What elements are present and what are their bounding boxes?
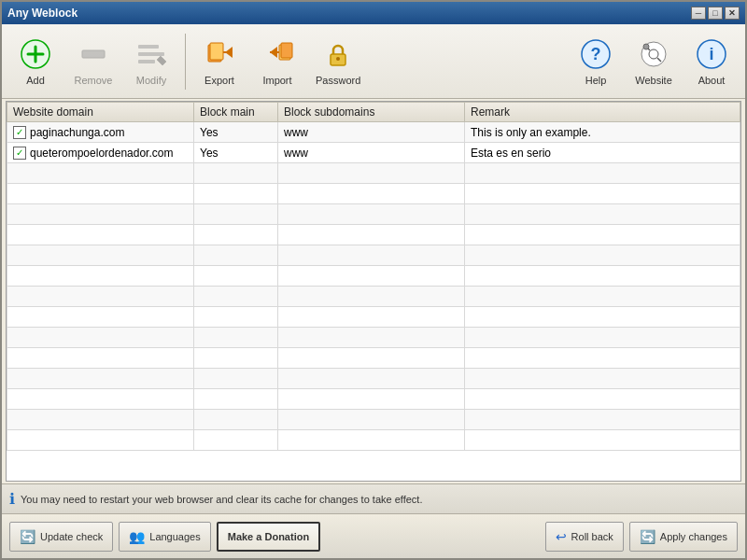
close-button[interactable]: ✕ (725, 7, 740, 20)
cell-subdomains: www (278, 143, 465, 163)
cell-domain: ✓ queterompoelordenador.com (7, 143, 194, 163)
export-icon (203, 37, 236, 71)
table-empty-row (7, 430, 740, 451)
add-label: Add (26, 75, 45, 86)
update-check-button[interactable]: 🔄 Update check (9, 522, 113, 552)
apply-changes-label: Apply changes (660, 531, 727, 542)
help-button[interactable]: ? Help (568, 30, 624, 93)
svg-rect-6 (138, 60, 155, 63)
table-row[interactable]: ✓ queterompoelordenador.com Yes www Esta… (7, 143, 740, 163)
donation-button[interactable]: Make a Donation (217, 522, 320, 552)
restore-button[interactable]: □ (708, 7, 723, 20)
domain-value: queterompoelordenador.com (30, 147, 173, 160)
svg-rect-4 (138, 45, 159, 49)
languages-icon: 👥 (129, 529, 145, 544)
apply-changes-button[interactable]: 🔄 Apply changes (629, 522, 738, 552)
svg-point-22 (649, 49, 658, 59)
languages-button[interactable]: 👥 Languages (119, 522, 210, 552)
row-checkbox-1[interactable]: ✓ (13, 147, 26, 160)
password-label: Password (316, 75, 360, 86)
donation-label: Make a Donation (228, 531, 309, 542)
about-button[interactable]: i About (684, 30, 740, 93)
table-empty-row (7, 369, 740, 389)
table-empty-row (7, 307, 740, 328)
about-label: About (698, 75, 726, 86)
svg-point-18 (336, 57, 340, 61)
svg-text:?: ? (591, 45, 601, 63)
remove-label: Remove (75, 75, 113, 86)
website-icon (637, 37, 670, 71)
svg-rect-5 (138, 52, 164, 56)
import-label: Import (262, 75, 291, 86)
table-empty-row (7, 389, 740, 410)
password-icon (321, 37, 355, 71)
apply-icon: 🔄 (640, 529, 655, 544)
table-empty-row (7, 348, 740, 369)
table-empty-row (7, 266, 740, 287)
svg-rect-3 (82, 50, 105, 58)
export-button[interactable]: Export (191, 30, 247, 93)
col-header-remark: Remark (465, 103, 740, 122)
svg-rect-10 (210, 43, 223, 60)
table-empty-row (7, 410, 740, 430)
cell-remark: This is only an example. (465, 122, 740, 143)
remove-icon (77, 37, 110, 71)
export-label: Export (204, 75, 234, 86)
import-icon (261, 37, 294, 71)
svg-rect-16 (281, 43, 292, 58)
website-button[interactable]: Website (626, 30, 682, 93)
cell-remark: Esta es en serio (465, 143, 740, 163)
bottom-bar: 🔄 Update check 👥 Languages Make a Donati… (2, 513, 745, 558)
separator-1 (185, 34, 186, 90)
rollback-icon: ↩ (556, 529, 567, 544)
update-check-label: Update check (40, 531, 103, 542)
add-button[interactable]: Add (7, 30, 63, 93)
col-header-domain: Website domain (7, 103, 194, 122)
cell-blockmain: Yes (194, 143, 278, 163)
modify-icon (134, 37, 168, 71)
remove-button[interactable]: Remove (65, 30, 121, 93)
about-icon: i (695, 37, 728, 71)
svg-point-24 (643, 44, 649, 49)
help-label: Help (585, 75, 607, 86)
table-empty-row (7, 163, 740, 184)
row-checkbox-0[interactable]: ✓ (13, 126, 26, 139)
cell-subdomains: www (278, 122, 465, 143)
cell-domain: ✓ paginachunga.com (7, 122, 194, 143)
main-window: Any Weblock ─ □ ✕ Add (0, 0, 747, 560)
table-empty-row (7, 287, 740, 307)
modify-label: Modify (136, 75, 166, 86)
toolbar: Add Remove Modify (2, 24, 745, 99)
table-empty-row (7, 225, 740, 245)
col-header-blockmain: Block main (194, 103, 278, 122)
rollback-button[interactable]: ↩ Roll back (545, 522, 624, 552)
import-button[interactable]: Import (249, 30, 305, 93)
domain-table: Website domain Block main Block subdomai… (7, 102, 740, 451)
update-check-icon: 🔄 (20, 529, 35, 544)
table-empty-row (7, 184, 740, 204)
window-controls: ─ □ ✕ (691, 7, 740, 20)
table-empty-row (7, 328, 740, 348)
modify-button[interactable]: Modify (123, 30, 179, 93)
info-icon: ℹ (9, 490, 15, 508)
table-empty-row (7, 204, 740, 225)
status-message: You may need to restart your web browser… (21, 494, 422, 505)
svg-text:i: i (709, 45, 713, 63)
website-label: Website (635, 75, 672, 86)
table-row[interactable]: ✓ paginachunga.com Yes www This is only … (7, 122, 740, 143)
status-bar: ℹ You may need to restart your web brows… (2, 483, 745, 513)
domain-value: paginachunga.com (30, 126, 124, 139)
table-empty-row (7, 245, 740, 266)
cell-blockmain: Yes (194, 122, 278, 143)
rollback-label: Roll back (571, 531, 613, 542)
table-container[interactable]: Website domain Block main Block subdomai… (7, 102, 740, 481)
content-area: Website domain Block main Block subdomai… (6, 101, 741, 482)
title-bar: Any Weblock ─ □ ✕ (2, 2, 745, 24)
password-button[interactable]: Password (307, 30, 369, 93)
add-icon (19, 37, 52, 71)
window-title: Any Weblock (7, 7, 78, 20)
minimize-button[interactable]: ─ (691, 7, 706, 20)
col-header-subdomains: Block subdomains (278, 103, 465, 122)
languages-label: Languages (149, 531, 200, 542)
help-icon: ? (579, 37, 613, 71)
